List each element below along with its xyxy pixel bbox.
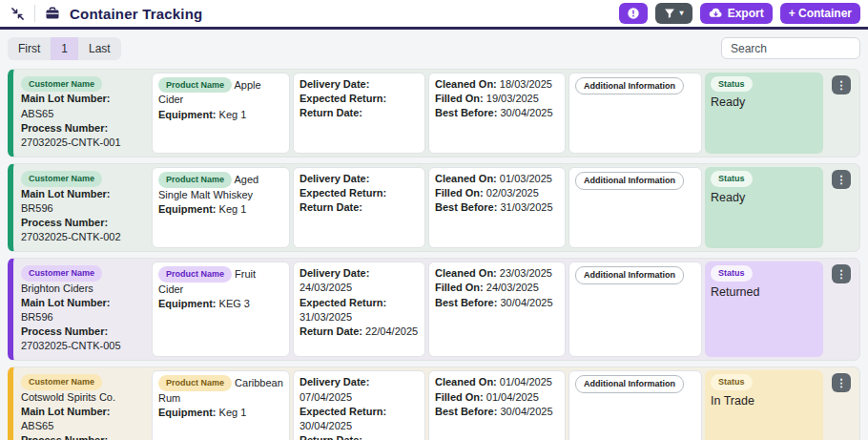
best-before-label: Best Before: xyxy=(435,107,497,118)
filled-on-label: Filled On: xyxy=(435,93,484,104)
pagination-first-button[interactable]: First xyxy=(8,37,51,60)
product-name-badge: Product Name xyxy=(158,266,232,282)
cleaned-on-label: Cleaned On: xyxy=(435,267,497,279)
filled-on-value: 02/03/2025 xyxy=(486,187,539,199)
additional-info-badge: Additional Information xyxy=(575,266,684,283)
cleaned-on-value: 23/03/2025 xyxy=(500,267,552,279)
equipment-label: Equipment: xyxy=(158,203,217,215)
row-menu-button[interactable]: ⋮ xyxy=(832,264,851,283)
status-card: Status In Trade xyxy=(705,370,823,440)
delivery-value: 24/03/2025 xyxy=(300,282,352,293)
filter-button[interactable]: ▾ xyxy=(655,3,692,24)
main-lot-value: BR596 xyxy=(21,311,53,323)
container-row: Customer Name Main Lot Number: ABS65 Pro… xyxy=(8,69,860,157)
status-card: Status Ready xyxy=(705,73,823,154)
return-date-label: Return Date: xyxy=(300,201,362,213)
filled-on-label: Filled On: xyxy=(435,282,484,293)
cleaned-on-label: Cleaned On: xyxy=(435,173,497,184)
row-actions: ⋮ xyxy=(826,262,857,357)
export-label: Export xyxy=(728,7,764,20)
fill-card: Cleaned On: 01/04/2025 Filled On: 01/04/… xyxy=(428,370,566,440)
app-header: Container Tracking ▾ Export + Container xyxy=(0,0,868,30)
fill-card: Cleaned On: 18/03/2025 Filled On: 19/03/… xyxy=(428,73,566,154)
filled-on-label: Filled On: xyxy=(435,187,484,199)
best-before-value: 30/04/2025 xyxy=(500,406,552,417)
additional-info-badge: Additional Information xyxy=(575,77,684,94)
customer-section: Customer Name Brighton Ciders Main Lot N… xyxy=(16,262,149,357)
product-card: Product Name Apple Cider Equipment: Keg … xyxy=(152,73,290,154)
row-menu-button[interactable]: ⋮ xyxy=(832,170,851,189)
main-lot-value: ABS65 xyxy=(21,108,53,119)
equipment-label: Equipment: xyxy=(158,298,217,309)
cleaned-on-label: Cleaned On: xyxy=(435,78,497,90)
dates-card: Delivery Date: 07/04/2025 Expected Retur… xyxy=(293,370,425,440)
collapse-arrows-icon[interactable] xyxy=(8,4,27,23)
main-lot-label: Main Lot Number: xyxy=(21,297,111,308)
return-date-label: Return Date: xyxy=(300,325,362,337)
status-badge: Status xyxy=(711,76,753,92)
pagination-last-button[interactable]: Last xyxy=(78,37,121,60)
main-lot-label: Main Lot Number: xyxy=(21,188,111,199)
row-menu-button[interactable]: ⋮ xyxy=(832,373,851,392)
customer-name-badge: Customer Name xyxy=(21,265,102,281)
cleaned-on-label: Cleaned On: xyxy=(435,376,497,388)
container-row: Customer Name Brighton Ciders Main Lot N… xyxy=(8,258,860,361)
delivery-label: Delivery Date: xyxy=(300,173,369,184)
customer-name: Brighton Ciders xyxy=(21,283,93,294)
process-value: 27032025-CNTK-001 xyxy=(21,136,121,148)
customer-section: Customer Name Cotswold Spirits Co. Main … xyxy=(16,370,149,440)
status-card: Status Returned xyxy=(705,262,823,357)
status-card: Status Ready xyxy=(705,167,823,248)
status-value: Ready xyxy=(711,190,817,206)
status-value: Ready xyxy=(711,94,817,111)
filter-funnel-icon xyxy=(664,8,675,19)
container-row: Customer Name Main Lot Number: BR596 Pro… xyxy=(8,163,860,252)
info-button[interactable] xyxy=(619,3,648,24)
expected-return-label: Expected Return: xyxy=(300,406,386,417)
dates-card: Delivery Date: 24/03/2025 Expected Retur… xyxy=(293,262,425,357)
additional-info-badge: Additional Information xyxy=(575,375,684,392)
additional-info-card: Additional Information xyxy=(568,73,702,154)
best-before-label: Best Before: xyxy=(435,406,497,417)
customer-name-badge: Customer Name xyxy=(21,171,102,186)
additional-info-card: Additional Information xyxy=(568,370,702,440)
return-date-label: Return Date: xyxy=(300,107,362,118)
expected-return-label: Expected Return: xyxy=(300,93,386,104)
container-list: Customer Name Main Lot Number: ABS65 Pro… xyxy=(0,69,868,440)
equipment-value: Keg 1 xyxy=(219,109,247,120)
add-container-button[interactable]: + Container xyxy=(780,3,860,24)
product-name-badge: Product Name xyxy=(158,375,232,390)
status-badge: Status xyxy=(711,171,753,186)
customer-name-badge: Customer Name xyxy=(21,76,102,92)
equipment-label: Equipment: xyxy=(158,407,217,418)
pagination-page-button[interactable]: 1 xyxy=(51,37,78,60)
dates-card: Delivery Date: Expected Return: Return D… xyxy=(293,73,425,154)
search-input[interactable] xyxy=(721,37,860,59)
equipment-label: Equipment: xyxy=(158,109,217,120)
equipment-value: Keg 1 xyxy=(219,407,247,418)
export-button[interactable]: Export xyxy=(700,3,773,24)
container-row: Customer Name Cotswold Spirits Co. Main … xyxy=(8,367,860,440)
process-label: Process Number: xyxy=(21,325,108,337)
expected-return-label: Expected Return: xyxy=(300,187,386,199)
fill-card: Cleaned On: 23/03/2025 Filled On: 24/03/… xyxy=(428,262,566,357)
status-badge: Status xyxy=(711,265,753,281)
best-before-value: 30/04/2025 xyxy=(500,107,552,118)
chevron-down-icon: ▾ xyxy=(680,10,684,17)
cloud-download-icon xyxy=(709,8,723,19)
delivery-value: 07/04/2025 xyxy=(300,391,352,403)
additional-info-badge: Additional Information xyxy=(575,172,684,189)
pagination-top: First 1 Last xyxy=(8,37,121,60)
add-container-label: + Container xyxy=(789,7,852,20)
filled-on-value: 19/03/2025 xyxy=(486,93,539,104)
equipment-value: Keg 1 xyxy=(219,203,247,215)
product-card: Product Name Caribbean Rum Equipment: Ke… xyxy=(152,370,290,440)
best-before-value: 30/04/2025 xyxy=(500,297,552,308)
customer-name: Cotswold Spirits Co. xyxy=(21,391,115,403)
row-menu-button[interactable]: ⋮ xyxy=(832,75,851,94)
process-label: Process Number: xyxy=(21,217,108,228)
customer-name-badge: Customer Name xyxy=(21,374,102,389)
delivery-label: Delivery Date: xyxy=(300,376,369,388)
filled-on-label: Filled On: xyxy=(435,391,484,403)
cleaned-on-value: 01/03/2025 xyxy=(500,173,552,184)
